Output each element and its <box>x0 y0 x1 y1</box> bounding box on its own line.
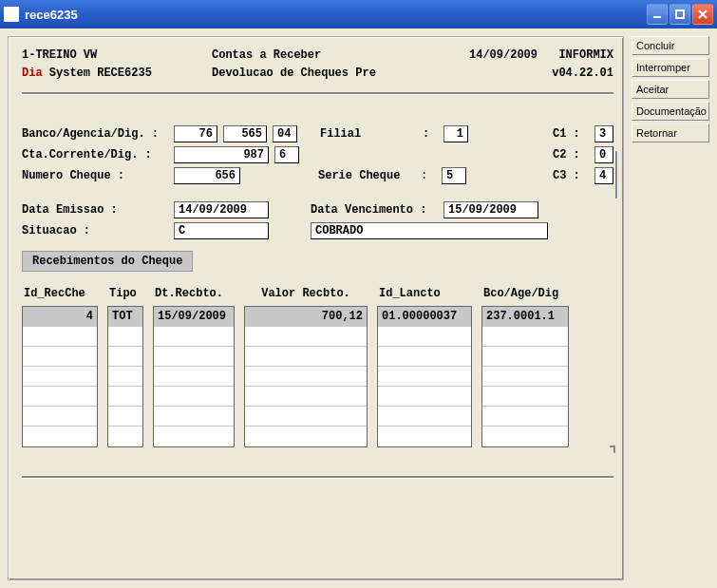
main-panel: 1-TREINO VW Contas a Receber 14/09/2009 … <box>8 36 624 580</box>
table-cell[interactable] <box>23 367 97 387</box>
table-cell[interactable] <box>482 327 568 347</box>
num-cheque-label: Numero Cheque : <box>22 169 174 182</box>
table-cell[interactable] <box>482 427 568 446</box>
c3-label: C3 : <box>553 169 594 182</box>
digito-field[interactable]: 04 <box>273 125 297 142</box>
situacao-text-field: COBRADO <box>311 222 548 239</box>
table-cell[interactable] <box>245 387 367 407</box>
table-cell[interactable] <box>154 427 234 446</box>
panel-tick-icon <box>610 446 615 453</box>
maximize-button[interactable] <box>670 4 690 25</box>
documentacao-button[interactable]: Documentação <box>632 102 709 121</box>
table-cell[interactable] <box>245 367 367 387</box>
divider <box>22 92 613 95</box>
col-valor[interactable]: 700,12 <box>244 306 368 447</box>
col-lancto-header: Id_Lancto <box>377 285 472 306</box>
c1-field[interactable]: 3 <box>594 125 613 142</box>
col-tipo[interactable]: TOT <box>107 306 143 447</box>
concluir-button[interactable]: Concluir <box>632 36 709 55</box>
banco-field[interactable]: 76 <box>174 125 217 142</box>
c3-field[interactable]: 4 <box>594 167 613 184</box>
col-id[interactable]: 4 <box>22 306 98 447</box>
table-cell[interactable]: TOT <box>108 307 142 327</box>
table-cell[interactable] <box>108 367 142 387</box>
table-cell[interactable]: 700,12 <box>245 307 367 327</box>
col-id-header: Id_RecChe <box>22 285 98 306</box>
situacao-code-field[interactable]: C <box>174 222 269 239</box>
close-button[interactable] <box>692 4 713 25</box>
filial-field[interactable]: 1 <box>443 125 468 142</box>
table-cell[interactable] <box>378 327 471 347</box>
table-cell[interactable] <box>378 387 471 407</box>
c1-label: C1 : <box>553 127 594 141</box>
aceitar-button[interactable]: Aceitar <box>632 80 709 99</box>
cta-corrente-field[interactable]: 987 <box>174 146 269 163</box>
col-lancto[interactable]: 01.00000037 <box>377 306 472 447</box>
section-tab: Recebimentos do Cheque <box>22 255 613 268</box>
db-label: INFORMIX <box>538 47 613 65</box>
table-cell[interactable] <box>154 387 234 407</box>
table-cell[interactable] <box>245 327 367 347</box>
vencimento-field[interactable]: 15/09/2009 <box>443 201 538 218</box>
cta-label: Cta.Corrente/Dig. : <box>22 148 174 161</box>
table-cell[interactable] <box>108 387 142 407</box>
table-cell[interactable] <box>108 407 142 427</box>
col-tipo-header: Tipo <box>107 285 143 306</box>
table-cell[interactable] <box>154 347 234 367</box>
table-cell[interactable] <box>23 387 97 407</box>
section-title: Recebimentos do Cheque <box>22 251 193 272</box>
table-cell[interactable] <box>245 347 367 367</box>
app-icon <box>4 7 19 22</box>
table-cell[interactable] <box>154 407 234 427</box>
table-cell[interactable] <box>245 427 367 446</box>
table-cell[interactable] <box>482 387 568 407</box>
table-cell[interactable]: 237.0001.1 <box>482 307 568 327</box>
header-date: 14/09/2009 <box>452 47 538 65</box>
emissao-label: Data Emissao : <box>22 203 174 217</box>
col-valor-header: Valor Recbto. <box>244 285 368 306</box>
table-cell[interactable] <box>154 367 234 387</box>
action-sidebar: Concluir Interromper Aceitar Documentaçã… <box>632 36 709 580</box>
serie-field[interactable]: 5 <box>442 167 466 184</box>
table-cell[interactable] <box>482 407 568 427</box>
c2-field[interactable]: 0 <box>594 146 613 163</box>
col-dtrec-header: Dt.Recbto. <box>153 285 235 306</box>
table-cell[interactable] <box>245 407 367 427</box>
c2-label: C2 : <box>553 148 594 161</box>
agencia-field[interactable]: 565 <box>223 125 267 142</box>
interromper-button[interactable]: Interromper <box>632 58 709 77</box>
col-dtrec[interactable]: 15/09/2009 <box>153 306 235 447</box>
num-cheque-field[interactable]: 656 <box>174 167 240 184</box>
table-cell[interactable] <box>378 347 471 367</box>
table-cell[interactable]: 4 <box>23 307 97 327</box>
table-cell[interactable]: 15/09/2009 <box>154 307 234 327</box>
table-cell[interactable] <box>378 427 471 446</box>
version-label: v04.22.01 <box>538 65 613 83</box>
svg-rect-0 <box>653 16 661 18</box>
table-cell[interactable] <box>482 367 568 387</box>
table-cell[interactable] <box>108 427 142 446</box>
cta-dig-field[interactable]: 6 <box>274 146 299 163</box>
window-controls <box>647 4 713 25</box>
retornar-button[interactable]: Retornar <box>632 123 709 142</box>
minimize-button[interactable] <box>647 4 668 25</box>
table-cell[interactable] <box>378 367 471 387</box>
table-cell[interactable] <box>378 407 471 427</box>
emissao-field[interactable]: 14/09/2009 <box>174 201 269 218</box>
col-bco[interactable]: 237.0001.1 <box>481 306 569 447</box>
recebimentos-table: Id_RecChe 4 Tipo TOT <box>22 277 613 447</box>
table-cell[interactable] <box>482 347 568 367</box>
table-cell[interactable] <box>154 327 234 347</box>
table-cell[interactable] <box>23 407 97 427</box>
table-cell[interactable] <box>108 347 142 367</box>
serie-label: Serie Cheque : <box>318 169 442 182</box>
table-cell[interactable] <box>23 327 97 347</box>
situacao-label: Situacao : <box>22 224 174 237</box>
system-program-label: System RECE6235 <box>43 66 152 80</box>
table-cell[interactable]: 01.00000037 <box>378 307 471 327</box>
table-cell[interactable] <box>23 427 97 446</box>
table-cell[interactable] <box>23 347 97 367</box>
table-cell[interactable] <box>108 327 142 347</box>
banco-label: Banco/Agencia/Dig. : <box>22 127 174 141</box>
panel-tick-icon <box>615 151 617 199</box>
